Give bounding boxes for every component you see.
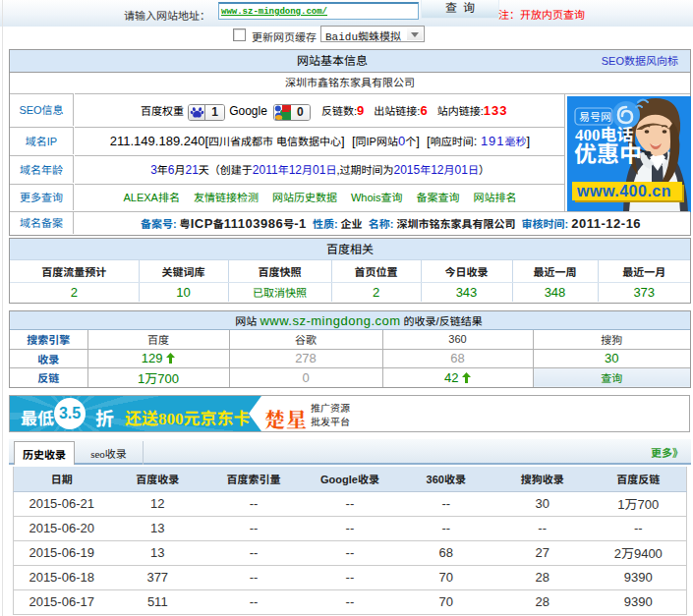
svg-text:www.400.cn: www.400.cn <box>576 183 671 199</box>
svg-text:优惠中: 优惠中 <box>574 136 642 169</box>
